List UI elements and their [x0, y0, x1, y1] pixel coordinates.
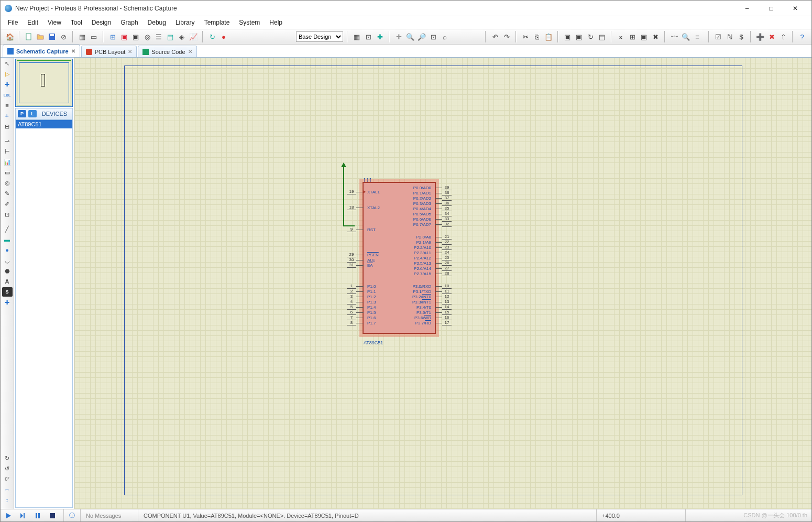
tab-schematic-capture[interactable]: Schematic Capture✕: [3, 45, 80, 57]
menu-template[interactable]: Template: [200, 18, 234, 27]
pin-11[interactable]: 11P3.1/TXD: [435, 289, 452, 294]
pin-34[interactable]: 34P0.5/AD5: [435, 211, 452, 216]
close-button[interactable]: ✕: [783, 1, 807, 16]
pin-25[interactable]: 25P2.4/A12: [435, 255, 452, 260]
tab-close-icon[interactable]: ✕: [188, 49, 192, 55]
save-button[interactable]: [47, 31, 57, 42]
bus-mode-button[interactable]: ⧧: [2, 111, 13, 121]
sim-pause-button[interactable]: [32, 510, 43, 521]
redo-button[interactable]: ↷: [501, 31, 512, 42]
netlist-button[interactable]: ℕ: [725, 31, 735, 42]
tab-pcb-layout[interactable]: PCB Layout✕: [81, 46, 137, 57]
home-button[interactable]: 🏠: [5, 31, 15, 42]
sim-step-button[interactable]: [17, 510, 29, 521]
remove-sheet-button[interactable]: ✖: [766, 31, 777, 42]
cut-button[interactable]: ✂: [520, 31, 531, 42]
bom-button[interactable]: ☰: [153, 31, 164, 42]
menu-debug[interactable]: Debug: [144, 18, 170, 27]
pin-39[interactable]: 39P0.0/AD0: [435, 185, 452, 190]
instrument-button[interactable]: ⊡: [2, 210, 13, 219]
bom-gen-button[interactable]: $: [736, 31, 747, 42]
erc-button[interactable]: ☑: [713, 31, 723, 42]
new-button[interactable]: [24, 31, 34, 42]
exit-parent-button[interactable]: ⇧: [778, 31, 788, 42]
menu-graph[interactable]: Graph: [116, 18, 142, 27]
refresh-button[interactable]: ↻: [207, 31, 217, 42]
tab-close-icon[interactable]: ✕: [128, 49, 132, 55]
pick-button[interactable]: 𝄪: [616, 31, 626, 42]
pin-23[interactable]: 23P2.2/A10: [435, 245, 452, 250]
wirelabel-mode-button[interactable]: LBL: [2, 90, 13, 100]
tape-mode-button[interactable]: ▭: [2, 168, 13, 177]
selection-mode-button[interactable]: ↖: [2, 59, 13, 68]
gerber-button[interactable]: ◎: [142, 31, 152, 42]
circle-2d-button[interactable]: ●: [2, 245, 13, 255]
center-button[interactable]: ✛: [393, 31, 404, 42]
probe-i-button[interactable]: ✐: [2, 199, 13, 209]
pin-16[interactable]: 16P3.6/WR: [435, 315, 452, 320]
minimize-button[interactable]: –: [735, 1, 759, 16]
pin-32[interactable]: 32P0.7/AD7: [435, 222, 452, 227]
pick-device-button[interactable]: P: [18, 110, 26, 117]
help-button[interactable]: ?: [797, 31, 807, 42]
block-delete-button[interactable]: ▤: [597, 31, 607, 42]
zoom-area-button[interactable]: ⌕: [440, 31, 450, 42]
open-button[interactable]: [35, 31, 46, 42]
pcb-button[interactable]: ▣: [119, 31, 129, 42]
probe-v-button[interactable]: ✎: [2, 189, 13, 198]
zoom-in-button[interactable]: 🔍: [405, 31, 415, 42]
copy-button[interactable]: ⎘: [532, 31, 542, 42]
flip-v-button[interactable]: ↕: [2, 495, 13, 505]
text-2d-button[interactable]: A: [2, 277, 13, 286]
pin-33[interactable]: 33P0.6/AD6: [435, 216, 452, 222]
sim-stop-button[interactable]: [47, 510, 58, 521]
pin-30[interactable]: 30ALE: [347, 257, 364, 263]
menu-system[interactable]: System: [235, 18, 264, 27]
overview-panel[interactable]: [15, 59, 73, 107]
rotate-cw-button[interactable]: ↻: [2, 453, 13, 463]
pin-27[interactable]: 27P2.6/A14: [435, 266, 452, 271]
print-area-button[interactable]: ▦: [77, 31, 87, 42]
flip-h-button[interactable]: ↔: [2, 485, 13, 494]
pin-7[interactable]: 7P1.6: [347, 315, 364, 320]
set-area-button[interactable]: ▭: [89, 31, 99, 42]
pin-18[interactable]: 18XTAL2: [347, 205, 364, 210]
subcircuit-mode-button[interactable]: ⊟: [2, 122, 13, 131]
property-button[interactable]: ≡: [692, 31, 703, 42]
pin-35[interactable]: 35P0.4/AD4: [435, 206, 452, 211]
component-u1[interactable]: U1 19XTAL118XTAL29RST29PSEN30ALE31EA1P1.…: [344, 182, 449, 339]
block-copy-button[interactable]: ▣: [562, 31, 573, 42]
live-button[interactable]: ●: [218, 31, 229, 42]
menu-design[interactable]: Design: [87, 18, 115, 27]
pin-6[interactable]: 6P1.5: [347, 310, 364, 315]
pin-15[interactable]: 15P3.5/T1: [435, 310, 452, 315]
zoom-out-button[interactable]: 🔎: [416, 31, 427, 42]
path-2d-button[interactable]: ⬣: [2, 266, 13, 276]
zoom-all-button[interactable]: ⊡: [428, 31, 438, 42]
wire-autoroute-button[interactable]: 〰: [669, 31, 679, 42]
marker-2d-button[interactable]: ✚: [2, 298, 13, 307]
pin-5[interactable]: 5P1.4: [347, 304, 364, 310]
pin-mode-button[interactable]: ⊢: [2, 147, 13, 156]
new-sheet-button[interactable]: ➕: [755, 31, 765, 42]
device-item[interactable]: AT89C51: [16, 120, 72, 128]
rotation-angle[interactable]: 0°: [2, 474, 13, 484]
menu-edit[interactable]: Edit: [23, 18, 42, 27]
box-2d-button[interactable]: ▬: [2, 235, 13, 244]
make-device-button[interactable]: ⊞: [627, 31, 638, 42]
pin-26[interactable]: 26P2.5/A13: [435, 260, 452, 266]
terminal-mode-button[interactable]: ⊸: [2, 136, 13, 146]
pin-37[interactable]: 37P0.2/AD2: [435, 195, 452, 201]
pin-24[interactable]: 24P2.3/A11: [435, 250, 452, 255]
arc-2d-button[interactable]: ◡: [2, 256, 13, 265]
generator-mode-button[interactable]: ◎: [2, 178, 13, 188]
pin-9[interactable]: 9RST: [347, 227, 364, 232]
pin-4[interactable]: 4P1.3: [347, 299, 364, 304]
explorer-button[interactable]: ◈: [177, 31, 187, 42]
pin-28[interactable]: 28P2.7/A15: [435, 271, 452, 276]
menu-tool[interactable]: Tool: [67, 18, 86, 27]
component-mode-button[interactable]: ▷: [2, 69, 13, 79]
close-project-button[interactable]: ⊘: [58, 31, 69, 42]
pin-12[interactable]: 12P3.2/INT0: [435, 294, 452, 299]
undo-button[interactable]: ↶: [490, 31, 500, 42]
